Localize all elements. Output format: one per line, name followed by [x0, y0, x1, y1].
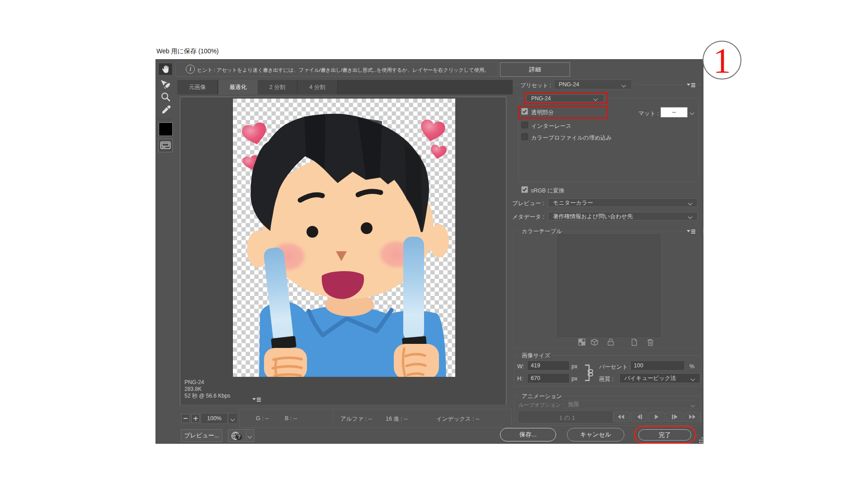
svg-text:?: ?: [237, 434, 241, 440]
